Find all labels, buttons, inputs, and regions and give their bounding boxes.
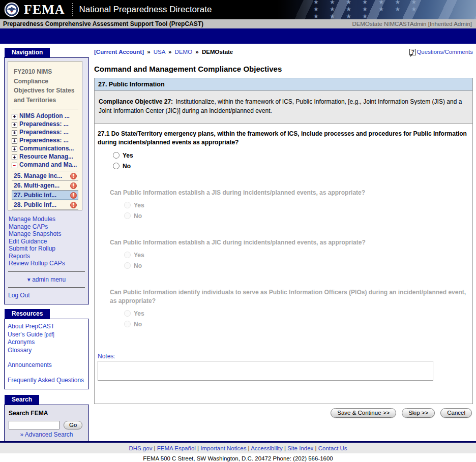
admin-menu-label[interactable]: admin menu [32, 276, 66, 283]
subquestion-text: Can Public Information establish a JIS d… [110, 189, 468, 197]
tree-item[interactable]: +Preparedness: ... [12, 137, 78, 145]
tree-item-label[interactable]: Command and Ma... [19, 161, 77, 168]
tree-subitem-label[interactable]: 27. Public Inf... [14, 192, 56, 199]
tree-subitem[interactable]: 25. Manage inc... ! [12, 171, 78, 180]
action-buttons: Save & Continue >> Skip >> Cancel [94, 408, 473, 418]
footer-link[interactable]: DHS.gov [129, 445, 152, 451]
expander-icon[interactable]: + [12, 130, 17, 136]
advanced-search-link[interactable]: » Advanced Search [9, 431, 84, 438]
sub-no-radio [124, 262, 131, 269]
search-input[interactable] [9, 421, 60, 429]
prepcast-page: FEMA National Preparedness Directorate P… [0, 0, 476, 462]
footer-link-bar: DHS.govFEMA EspañolImportant NoticesAcce… [0, 443, 476, 453]
cancel-button[interactable]: Cancel [440, 408, 472, 418]
warning-icon: ! [70, 192, 77, 199]
sub-yes-label: Yes [134, 252, 144, 259]
nav-link[interactable]: Reports [9, 253, 84, 260]
subquestion-text: Can Public Information establish a JIC d… [110, 238, 468, 247]
search-panel: Search FEMA Go » Advanced Search [4, 405, 89, 441]
tree-item-label[interactable]: NIMS Adoption ... [19, 112, 70, 119]
tree-item[interactable]: +Resource Manag... [12, 153, 78, 161]
tree-subitem-label[interactable]: 26. Multi-agen... [14, 182, 60, 189]
breadcrumb-usa[interactable]: USA [154, 49, 165, 55]
footer-link[interactable]: Important Notices [196, 445, 247, 451]
logout-link[interactable]: Log Out [8, 292, 85, 299]
footer-link[interactable]: FEMA Español [152, 445, 195, 451]
questions-comments-link[interactable]: ? Questions/Comments [409, 49, 473, 55]
flag-stars [313, 0, 425, 19]
tree-subitem[interactable]: 27. Public Inf... ! [12, 190, 78, 200]
tree-subitem-label[interactable]: 28. Public Inf... [14, 201, 56, 208]
expander-icon[interactable]: + [12, 146, 17, 152]
sidebar: Navigation FY2010 NIMS Compliance Object… [4, 48, 89, 441]
tree-subitem[interactable]: 26. Multi-agen... ! [12, 180, 78, 190]
go-button[interactable]: Go [64, 421, 82, 429]
tree-item[interactable]: +Preparedness: ... [12, 129, 78, 137]
expander-icon[interactable]: + [12, 114, 17, 119]
resource-link[interactable]: Announcements [8, 361, 85, 369]
expander-icon[interactable]: + [12, 138, 17, 144]
expander-icon[interactable]: − [12, 163, 17, 168]
tree-subitem-list: 25. Manage inc... ! 26. Multi-agen... ! … [12, 171, 78, 210]
expander-icon[interactable]: + [12, 122, 17, 128]
yes-radio[interactable] [113, 152, 120, 159]
footer-link[interactable]: Accessibility [246, 445, 282, 451]
resource-link[interactable]: User's Guide [pdf] [8, 331, 85, 339]
tree-subitem[interactable]: 28. Public Inf... ! [12, 200, 78, 209]
expander-icon[interactable]: + [12, 155, 17, 160]
warning-icon: ! [70, 202, 77, 208]
resource-link-label[interactable]: Glossary [8, 347, 32, 354]
tree-heading: FY2010 NIMS Compliance Objectives for St… [12, 66, 78, 108]
save-continue-button[interactable]: Save & Continue >> [331, 408, 396, 418]
questions-comments-label[interactable]: Questions/Comments [416, 49, 473, 55]
resources-tab: Resources [5, 309, 50, 319]
tree-item[interactable]: −Command and Ma... [12, 161, 78, 169]
notes-label: Notes: [98, 353, 468, 360]
subquestion: Can Public Information identify individu… [110, 288, 468, 329]
sub-no-radio [124, 212, 131, 219]
notes-textarea[interactable] [98, 361, 433, 381]
pdf-suffix: [pdf] [44, 332, 54, 337]
resource-link-label[interactable]: Frequently Asked Questions [8, 377, 84, 384]
tree-item-label[interactable]: Preparedness: ... [19, 137, 69, 144]
section-header: 27. Public Information [95, 78, 472, 91]
admin-menu-link[interactable]: ▾ admin menu [27, 276, 66, 283]
breadcrumb-demo[interactable]: DEMO [175, 49, 193, 55]
tree-item[interactable]: +NIMS Adoption ... [12, 112, 78, 120]
nav-link[interactable]: Edit Guidance [9, 238, 84, 245]
objective-box: 27. Public Information Compliance Object… [94, 78, 473, 404]
tree-item-label[interactable]: Preparedness: ... [19, 120, 69, 128]
nav-link[interactable]: Manage CAPs [9, 223, 84, 231]
tree-item[interactable]: +Preparedness: ... [12, 120, 78, 129]
objective-description: Compliance Objective 27: Institutionaliz… [95, 91, 472, 124]
tree-item-label[interactable]: Resource Manag... [19, 153, 73, 160]
warning-icon: ! [70, 182, 77, 189]
warning-icon: ! [70, 173, 77, 179]
resource-link[interactable]: About PrepCAST [8, 323, 85, 331]
header-divider [72, 3, 73, 16]
tree-item-label[interactable]: Communications... [19, 145, 74, 152]
resource-link[interactable]: Acronyms [8, 338, 85, 347]
tree-subitem-label[interactable]: 25. Manage inc... [14, 172, 62, 179]
resource-link[interactable]: Glossary [8, 347, 85, 355]
resources-panel: About PrepCAST User's Guide [pdf]Acronym… [4, 319, 89, 389]
footer-link[interactable]: Site Index [283, 445, 314, 451]
resource-link[interactable]: Frequently Asked Questions [8, 377, 85, 385]
no-radio[interactable] [113, 163, 120, 169]
subquestion: Can Public Information establish a JIC d… [110, 238, 468, 271]
resource-link-label[interactable]: User's Guide [8, 331, 43, 338]
nav-link[interactable]: Review Rollup CAPs [9, 260, 84, 267]
breadcrumb-current-account[interactable]: [Current Account] [94, 49, 144, 55]
resource-link-label[interactable]: Announcements [8, 361, 52, 368]
nav-divider [8, 271, 85, 272]
nav-link[interactable]: Submit for Rollup [9, 245, 84, 253]
resource-link-label[interactable]: About PrepCAST [8, 323, 54, 330]
nav-link[interactable]: Manage Snapshots [9, 230, 84, 238]
nav-divider-2 [8, 287, 85, 288]
tree-item[interactable]: +Communications... [12, 145, 78, 153]
nav-link[interactable]: Manage Modules [9, 215, 84, 223]
tree-item-label[interactable]: Preparedness: ... [19, 129, 69, 136]
footer-link[interactable]: Contact Us [313, 445, 347, 451]
resource-link-label[interactable]: Acronyms [8, 338, 35, 346]
skip-button[interactable]: Skip >> [402, 408, 435, 418]
